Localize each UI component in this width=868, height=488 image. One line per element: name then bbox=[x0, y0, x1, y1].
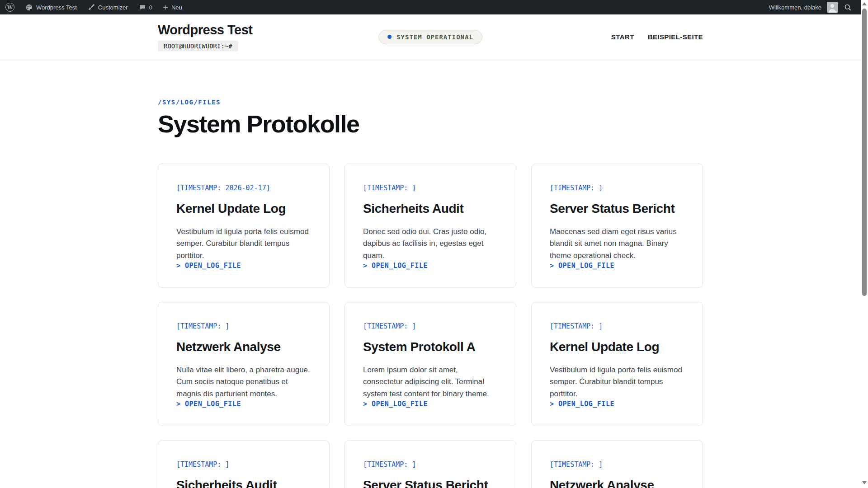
wp-admin-bar: W Wordpress Test Customizer bbox=[0, 0, 861, 14]
admin-bar-comments[interactable]: 0 bbox=[133, 0, 158, 14]
open-log-file-link[interactable]: > OPEN_LOG_FILE bbox=[363, 262, 498, 270]
card-title: Server Status Bericht bbox=[363, 478, 498, 488]
card-timestamp: [TIMESTAMP: ] bbox=[363, 460, 498, 469]
open-log-file-link[interactable]: > OPEN_LOG_FILE bbox=[363, 400, 498, 408]
log-card: [TIMESTAMP: ] Kernel Update Log Vestibul… bbox=[531, 302, 703, 426]
card-timestamp: [TIMESTAMP: ] bbox=[176, 322, 311, 330]
card-title: Sicherheits Audit bbox=[363, 202, 498, 216]
card-body: Vestibulum id ligula porta felis euismod… bbox=[176, 226, 311, 262]
open-log-file-link[interactable]: > OPEN_LOG_FILE bbox=[176, 262, 311, 270]
search-icon[interactable] bbox=[844, 4, 852, 11]
card-body: Nulla vitae elit libero, a pharetra augu… bbox=[176, 364, 311, 400]
admin-bar-customizer[interactable]: Customizer bbox=[82, 0, 133, 14]
admin-bar-left: W Wordpress Test Customizer bbox=[4, 0, 188, 14]
log-card: [TIMESTAMP: ] Server Status Bericht bbox=[344, 440, 516, 488]
welcome-user-menu[interactable]: Willkommen, dblake bbox=[769, 4, 821, 11]
log-card: [TIMESTAMP: ] Netzwerk Analyse bbox=[531, 440, 703, 488]
card-title: Netzwerk Analyse bbox=[550, 478, 684, 488]
scrollbar-up-arrow-icon[interactable] bbox=[862, 2, 867, 5]
terminal-prompt: ROOT@HUDRIWUDRI:~# bbox=[158, 41, 238, 52]
card-timestamp: [TIMESTAMP: ] bbox=[550, 460, 684, 469]
card-timestamp: [TIMESTAMP: ] bbox=[363, 184, 498, 192]
admin-bar-new-label: Neu bbox=[171, 4, 182, 11]
status-badge: SYSTEM OPERATIONAL bbox=[378, 30, 482, 44]
card-title: Kernel Update Log bbox=[176, 202, 311, 216]
page-head: /SYS/LOG/FILES System Protokolle bbox=[158, 60, 703, 138]
page-title: System Protokolle bbox=[158, 110, 703, 138]
site-header: Wordpress Test ROOT@HUDRIWUDRI:~# SYSTEM… bbox=[0, 14, 861, 59]
nav-item-beispiel-seite[interactable]: BEISPIEL-SEITE bbox=[648, 33, 703, 41]
wordpress-logo-icon: W bbox=[5, 3, 14, 12]
card-timestamp: [TIMESTAMP: ] bbox=[363, 322, 498, 330]
breadcrumb: /SYS/LOG/FILES bbox=[158, 99, 703, 106]
log-card: [TIMESTAMP: ] Server Status Bericht Maec… bbox=[531, 164, 703, 288]
status-dot-icon bbox=[387, 35, 392, 39]
log-card: [TIMESTAMP: ] Sicherheits Audit bbox=[158, 440, 330, 488]
paintbrush-icon bbox=[88, 4, 95, 11]
open-log-file-link[interactable]: > OPEN_LOG_FILE bbox=[550, 262, 684, 270]
palette-icon bbox=[25, 4, 33, 11]
card-body: Lorem ipsum dolor sit amet, consectetur … bbox=[363, 364, 498, 400]
admin-bar-new[interactable]: + Neu bbox=[158, 0, 188, 14]
card-timestamp: [TIMESTAMP: ] bbox=[176, 460, 311, 469]
card-title: Netzwerk Analyse bbox=[176, 340, 311, 354]
admin-bar-site-menu[interactable]: Wordpress Test bbox=[20, 0, 82, 14]
main-content: /SYS/LOG/FILES System Protokolle [TIMEST… bbox=[0, 60, 861, 488]
vertical-scrollbar[interactable] bbox=[861, 0, 868, 488]
log-card: [TIMESTAMP: 2026-02-17] Kernel Update Lo… bbox=[158, 164, 330, 288]
primary-nav: START BEISPIEL-SEITE bbox=[611, 33, 703, 41]
admin-bar-customizer-label: Customizer bbox=[98, 4, 128, 11]
admin-bar-site-name: Wordpress Test bbox=[36, 4, 77, 11]
card-timestamp: [TIMESTAMP: ] bbox=[550, 322, 684, 330]
card-title: Sicherheits Audit bbox=[176, 478, 311, 488]
card-body: Donec sed odio dui. Cras justo odio, dap… bbox=[363, 226, 498, 262]
open-log-file-link[interactable]: > OPEN_LOG_FILE bbox=[550, 400, 684, 408]
card-timestamp: [TIMESTAMP: 2026-02-17] bbox=[176, 184, 311, 192]
card-body: Vestibulum id ligula porta felis euismod… bbox=[550, 364, 684, 400]
comment-bubble-icon bbox=[139, 4, 146, 11]
log-card: [TIMESTAMP: ] Sicherheits Audit Donec se… bbox=[344, 164, 516, 288]
card-title: Server Status Bericht bbox=[550, 202, 684, 216]
site-branding: Wordpress Test ROOT@HUDRIWUDRI:~# bbox=[158, 23, 252, 52]
wp-logo-menu[interactable]: W bbox=[4, 0, 20, 14]
status-badge-label: SYSTEM OPERATIONAL bbox=[396, 33, 473, 41]
open-log-file-link[interactable]: > OPEN_LOG_FILE bbox=[176, 400, 311, 408]
avatar[interactable] bbox=[827, 2, 838, 13]
card-body: Maecenas sed diam eget risus varius blan… bbox=[550, 226, 684, 262]
log-card: [TIMESTAMP: ] Netzwerk Analyse Nulla vit… bbox=[158, 302, 330, 426]
log-card-grid: [TIMESTAMP: 2026-02-17] Kernel Update Lo… bbox=[158, 164, 703, 488]
card-title: Kernel Update Log bbox=[550, 340, 684, 354]
admin-bar-right: Willkommen, dblake bbox=[769, 0, 852, 14]
site-title[interactable]: Wordpress Test bbox=[158, 23, 252, 38]
card-timestamp: [TIMESTAMP: ] bbox=[550, 184, 684, 192]
plus-icon: + bbox=[163, 3, 168, 12]
log-card: [TIMESTAMP: ] System Protokoll A Lorem i… bbox=[344, 302, 516, 426]
nav-item-start[interactable]: START bbox=[611, 33, 634, 41]
comments-count: 0 bbox=[149, 4, 152, 11]
scrollbar-thumb[interactable] bbox=[862, 9, 867, 296]
scrollbar-down-arrow-icon[interactable] bbox=[862, 481, 867, 484]
card-title: System Protokoll A bbox=[363, 340, 498, 354]
